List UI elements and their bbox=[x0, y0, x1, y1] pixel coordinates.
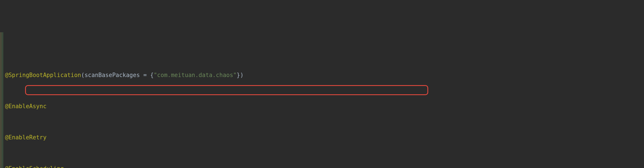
gutter-vcs-bar-inner bbox=[2, 32, 3, 168]
string-literal: "com.meituan.data.chaos" bbox=[154, 72, 237, 78]
brace: } bbox=[237, 72, 240, 78]
code-line[interactable]: @EnableAsync bbox=[0, 102, 644, 110]
annotation: @EnableRetry bbox=[5, 134, 47, 141]
op: = bbox=[143, 72, 150, 78]
code-line[interactable]: @SpringBootApplication(scanBasePackages … bbox=[0, 71, 644, 79]
brace: { bbox=[150, 72, 154, 78]
punct: ) bbox=[240, 72, 243, 78]
annotation: @EnableScheduling bbox=[5, 165, 64, 168]
attr-name: scanBasePackages bbox=[84, 72, 143, 78]
annotation: @SpringBootApplication bbox=[5, 72, 81, 78]
code-editor[interactable]: @SpringBootApplication(scanBasePackages … bbox=[0, 31, 644, 168]
punct: ( bbox=[81, 72, 84, 78]
code-line[interactable]: @EnableRetry bbox=[0, 134, 644, 141]
highlight-annotation-box bbox=[25, 85, 428, 95]
annotation: @EnableAsync bbox=[5, 103, 47, 110]
code-line[interactable]: @EnableScheduling bbox=[0, 165, 644, 168]
